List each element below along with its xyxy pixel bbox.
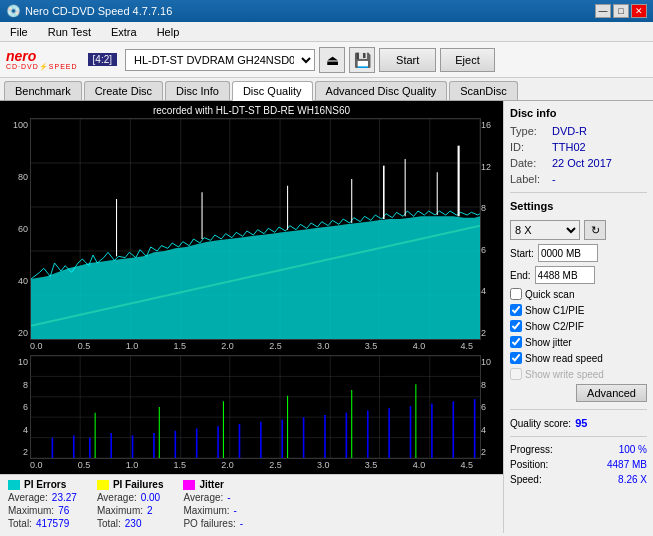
toolbar: nero CD·DVD⚡SPEED [4:2] HL-DT-ST DVDRAM … <box>0 42 653 78</box>
right-panel: Disc info Type: DVD-R ID: TTH02 Date: 22… <box>503 101 653 533</box>
show-c1-label: Show C1/PIE <box>525 305 584 316</box>
pi-total-value: 417579 <box>36 518 69 529</box>
divider-1 <box>510 192 647 193</box>
menu-bar: File Run Test Extra Help <box>0 22 653 42</box>
position-value: 4487 MB <box>607 459 647 470</box>
y-label-40: 40 <box>4 276 30 286</box>
menu-file[interactable]: File <box>4 25 34 39</box>
speed-select[interactable]: 8 X <box>510 220 580 240</box>
tab-disc-quality[interactable]: Disc Quality <box>232 81 313 101</box>
divider-3 <box>510 436 647 437</box>
pi-avg-value: 23.27 <box>52 492 77 503</box>
label-val: - <box>552 173 556 185</box>
quick-scan-row: Quick scan <box>510 288 647 300</box>
pi-avg-label: Average: <box>8 492 48 503</box>
pi-failures-color <box>97 480 109 490</box>
y-right-4: 4 <box>481 286 499 296</box>
close-button[interactable]: ✕ <box>631 4 647 18</box>
type-row: Type: DVD-R <box>510 125 647 137</box>
show-write-speed-row: Show write speed <box>510 368 647 380</box>
quality-score-row: Quality score: 95 <box>510 417 647 429</box>
tab-create-disc[interactable]: Create Disc <box>84 81 163 100</box>
show-write-speed-checkbox <box>510 368 522 380</box>
y-lower-8: 8 <box>4 380 30 390</box>
title-bar: 💿 Nero CD-DVD Speed 4.7.7.16 — □ ✕ <box>0 0 653 22</box>
jitter-max-label: Maximum: <box>183 505 229 516</box>
show-jitter-checkbox[interactable] <box>510 336 522 348</box>
x-label-0-0: 0.0 <box>30 341 43 351</box>
x-lower-4-5: 4.5 <box>460 460 473 470</box>
quality-score-value: 95 <box>575 417 587 429</box>
y-lower-right-6: 6 <box>481 402 499 412</box>
show-jitter-row: Show jitter <box>510 336 647 348</box>
y-lower-2: 2 <box>4 447 30 457</box>
id-row: ID: TTH02 <box>510 141 647 153</box>
menu-extra[interactable]: Extra <box>105 25 143 39</box>
save-icon-btn[interactable]: 💾 <box>349 47 375 73</box>
jitter-max-value: - <box>234 505 237 516</box>
minimize-button[interactable]: — <box>595 4 611 18</box>
tab-benchmark[interactable]: Benchmark <box>4 81 82 100</box>
eject-button[interactable]: Eject <box>440 48 494 72</box>
y-lower-right-8: 8 <box>481 380 499 390</box>
date-row: Date: 22 Oct 2017 <box>510 157 647 169</box>
tab-advanced-disc-quality[interactable]: Advanced Disc Quality <box>315 81 448 100</box>
upper-chart-svg <box>31 119 480 339</box>
id-val: TTH02 <box>552 141 586 153</box>
pif-avg-label: Average: <box>97 492 137 503</box>
tab-scandisc[interactable]: ScanDisc <box>449 81 517 100</box>
pi-errors-title: PI Errors <box>24 479 66 490</box>
legend-pi-errors: PI Errors Average: 23.27 Maximum: 76 Tot… <box>8 479 77 529</box>
tabs: Benchmark Create Disc Disc Info Disc Qua… <box>0 78 653 101</box>
y-label-60: 60 <box>4 224 30 234</box>
y-right-6: 6 <box>481 245 499 255</box>
y-right-8: 8 <box>481 203 499 213</box>
type-key: Type: <box>510 125 548 137</box>
po-failures-label: PO failures: <box>183 518 235 529</box>
start-button[interactable]: Start <box>379 48 436 72</box>
quality-score-label: Quality score: <box>510 418 571 429</box>
title-bar-text: Nero CD-DVD Speed 4.7.7.16 <box>25 5 172 17</box>
disc-info-title: Disc info <box>510 107 647 119</box>
x-lower-0-0: 0.0 <box>30 460 43 470</box>
settings-title: Settings <box>510 200 647 212</box>
speed-refresh-btn[interactable]: ↻ <box>584 220 606 240</box>
pif-total-value: 230 <box>125 518 142 529</box>
menu-help[interactable]: Help <box>151 25 186 39</box>
show-read-speed-checkbox[interactable] <box>510 352 522 364</box>
end-label: End: <box>510 270 531 281</box>
show-c1-row: Show C1/PIE <box>510 304 647 316</box>
x-label-1-5: 1.5 <box>173 341 186 351</box>
y-lower-4: 4 <box>4 425 30 435</box>
x-label-4-0: 4.0 <box>413 341 426 351</box>
show-jitter-label: Show jitter <box>525 337 572 348</box>
end-row: End: <box>510 266 647 284</box>
x-label-0-5: 0.5 <box>78 341 91 351</box>
pif-total-label: Total: <box>97 518 121 529</box>
x-label-4-5: 4.5 <box>460 341 473 351</box>
x-lower-2-5: 2.5 <box>269 460 282 470</box>
advanced-button[interactable]: Advanced <box>576 384 647 402</box>
x-lower-3-5: 3.5 <box>365 460 378 470</box>
show-c2-checkbox[interactable] <box>510 320 522 332</box>
drive-selector[interactable]: HL-DT-ST DVDRAM GH24NSD0 LH00 <box>125 49 315 71</box>
x-label-2-0: 2.0 <box>221 341 234 351</box>
pi-total-label: Total: <box>8 518 32 529</box>
chart-title: recorded with HL-DT-ST BD-RE WH16NS60 <box>4 105 499 116</box>
speed-label: [4:2] <box>88 53 117 66</box>
show-c1-checkbox[interactable] <box>510 304 522 316</box>
menu-run-test[interactable]: Run Test <box>42 25 97 39</box>
quick-scan-checkbox[interactable] <box>510 288 522 300</box>
jitter-avg-label: Average: <box>183 492 223 503</box>
eject-icon-btn[interactable]: ⏏ <box>319 47 345 73</box>
divider-2 <box>510 409 647 410</box>
tab-disc-info[interactable]: Disc Info <box>165 81 230 100</box>
end-input[interactable] <box>535 266 595 284</box>
speed2-row: Speed: 8.26 X <box>510 474 647 485</box>
maximize-button[interactable]: □ <box>613 4 629 18</box>
jitter-avg-value: - <box>227 492 230 503</box>
y-label-80: 80 <box>4 172 30 182</box>
show-read-speed-label: Show read speed <box>525 353 603 364</box>
start-input[interactable] <box>538 244 598 262</box>
progress-value: 100 % <box>619 444 647 455</box>
